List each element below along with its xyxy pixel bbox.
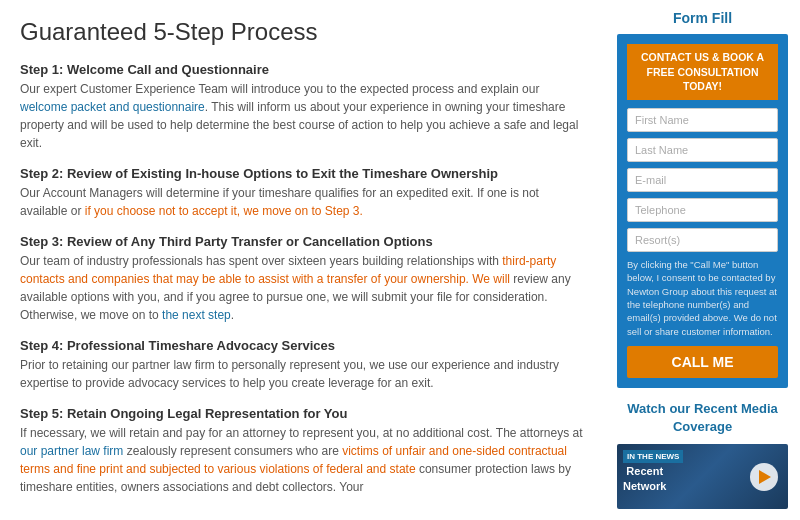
resort-input[interactable] bbox=[627, 228, 778, 252]
consent-text: By clicking the "Call Me" button below, … bbox=[627, 258, 778, 338]
next-step-link[interactable]: the next step bbox=[162, 308, 231, 322]
telephone-input[interactable] bbox=[627, 198, 778, 222]
last-name-input[interactable] bbox=[627, 138, 778, 162]
sidebar: Form Fill CONTACT US & BOOK A FREE CONSU… bbox=[605, 0, 800, 520]
email-input[interactable] bbox=[627, 168, 778, 192]
page-title: Guaranteed 5-Step Process bbox=[20, 18, 585, 46]
form-header: CONTACT US & BOOK A FREE CONSULTATION TO… bbox=[627, 44, 778, 100]
step-5-text: If necessary, we will retain and pay for… bbox=[20, 424, 585, 496]
step-4-title: Step 4: Professional Timeshare Advocacy … bbox=[20, 338, 585, 353]
step-2: Step 2: Review of Existing In-house Opti… bbox=[20, 166, 585, 220]
watch-title: Watch our Recent Media Coverage bbox=[617, 400, 788, 436]
step-4-text: Prior to retaining our partner law firm … bbox=[20, 356, 585, 392]
step-5: Step 5: Retain Ongoing Legal Representat… bbox=[20, 406, 585, 496]
step-3: Step 3: Review of Any Third Party Transf… bbox=[20, 234, 585, 324]
call-me-button[interactable]: CALL ME bbox=[627, 346, 778, 378]
steps-list: Step 1: Welcome Call and Questionnaire O… bbox=[20, 62, 585, 496]
watch-section: Watch our Recent Media Coverage IN THE N… bbox=[617, 400, 788, 509]
video-news-badge: IN THE NEWS bbox=[623, 450, 683, 463]
video-text: Recent Network bbox=[623, 464, 666, 493]
step-1-title: Step 1: Welcome Call and Questionnaire bbox=[20, 62, 585, 77]
welcome-packet-link[interactable]: welcome packet and questionnaire bbox=[20, 100, 205, 114]
form-fill-title: Form Fill bbox=[617, 10, 788, 26]
form-box: CONTACT US & BOOK A FREE CONSULTATION TO… bbox=[617, 34, 788, 388]
step-2-title: Step 2: Review of Existing In-house Opti… bbox=[20, 166, 585, 181]
step-3-title: Step 3: Review of Any Third Party Transf… bbox=[20, 234, 585, 249]
step-1-text: Our expert Customer Experience Team will… bbox=[20, 80, 585, 152]
play-triangle-icon bbox=[759, 470, 771, 484]
first-name-input[interactable] bbox=[627, 108, 778, 132]
step-5-title: Step 5: Retain Ongoing Legal Representat… bbox=[20, 406, 585, 421]
video-play-button[interactable] bbox=[750, 463, 778, 491]
video-thumbnail[interactable]: IN THE NEWS Recent Network bbox=[617, 444, 788, 509]
main-content: Guaranteed 5-Step Process Step 1: Welcom… bbox=[0, 0, 605, 520]
step-2-text: Our Account Managers will determine if y… bbox=[20, 184, 585, 220]
step-3-text: Our team of industry professionals has s… bbox=[20, 252, 585, 324]
step-4: Step 4: Professional Timeshare Advocacy … bbox=[20, 338, 585, 392]
partner-firm-link[interactable]: our partner law firm bbox=[20, 444, 123, 458]
step-1: Step 1: Welcome Call and Questionnaire O… bbox=[20, 62, 585, 152]
